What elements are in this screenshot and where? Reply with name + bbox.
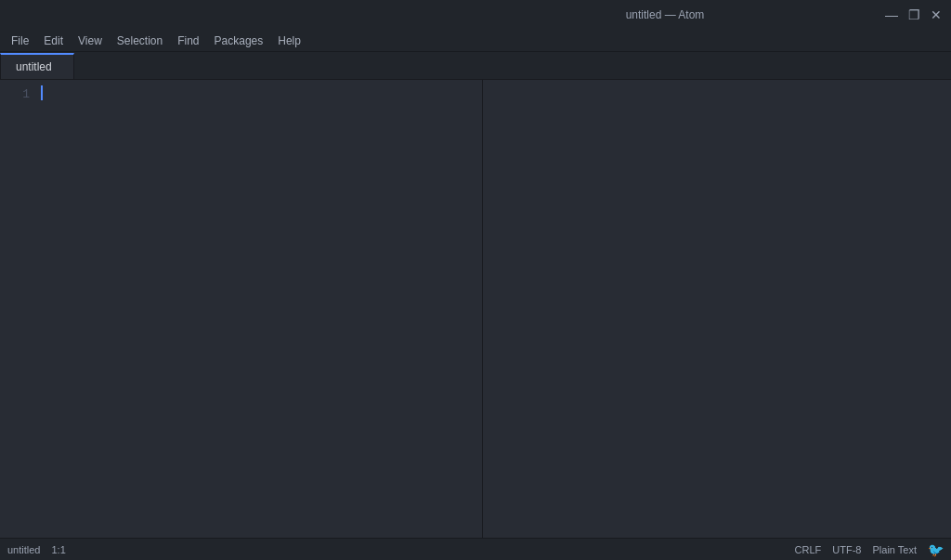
editor-pane[interactable]: 1 <box>0 80 951 538</box>
menu-find[interactable]: Find <box>170 33 206 49</box>
editor-right <box>483 80 951 538</box>
editor-left: 1 <box>0 80 483 538</box>
tab-label: untitled <box>16 60 52 73</box>
line-numbers: 1 <box>0 80 37 538</box>
status-bar: untitled 1:1 CRLF UTF-8 Plain Text 🐦 <box>0 538 951 560</box>
restore-button[interactable]: ❐ <box>906 7 921 22</box>
menu-bar: File Edit View Selection Find Packages H… <box>0 30 951 52</box>
twitter-icon: 🐦 <box>928 542 944 557</box>
line-number-1: 1 <box>0 85 30 105</box>
code-area-left[interactable] <box>37 80 482 538</box>
code-area-right[interactable] <box>483 80 951 538</box>
status-line-endings[interactable]: CRLF <box>795 544 822 555</box>
status-right: CRLF UTF-8 Plain Text 🐦 <box>795 542 944 557</box>
status-grammar[interactable]: Plain Text <box>873 544 918 555</box>
window-title: untitled — Atom <box>446 8 884 21</box>
menu-edit[interactable]: Edit <box>36 33 71 49</box>
menu-file[interactable]: File <box>4 33 36 49</box>
window-controls: — ❐ ✕ <box>884 7 944 22</box>
status-encoding[interactable]: UTF-8 <box>832 544 861 555</box>
editor-container: 1 <box>0 80 951 538</box>
tab-bar: untitled <box>0 52 951 80</box>
menu-selection[interactable]: Selection <box>110 33 170 49</box>
text-cursor <box>41 85 43 100</box>
close-button[interactable]: ✕ <box>929 7 944 22</box>
menu-view[interactable]: View <box>71 33 110 49</box>
title-bar: untitled — Atom — ❐ ✕ <box>0 0 951 30</box>
status-filename[interactable]: untitled <box>7 544 40 555</box>
tab-untitled[interactable]: untitled <box>0 53 74 79</box>
cursor-line <box>41 85 43 100</box>
minimize-button[interactable]: — <box>884 7 899 22</box>
menu-packages[interactable]: Packages <box>207 33 271 49</box>
status-cursor-position[interactable]: 1:1 <box>51 544 65 555</box>
status-left: untitled 1:1 <box>7 544 66 555</box>
menu-help[interactable]: Help <box>270 33 308 49</box>
